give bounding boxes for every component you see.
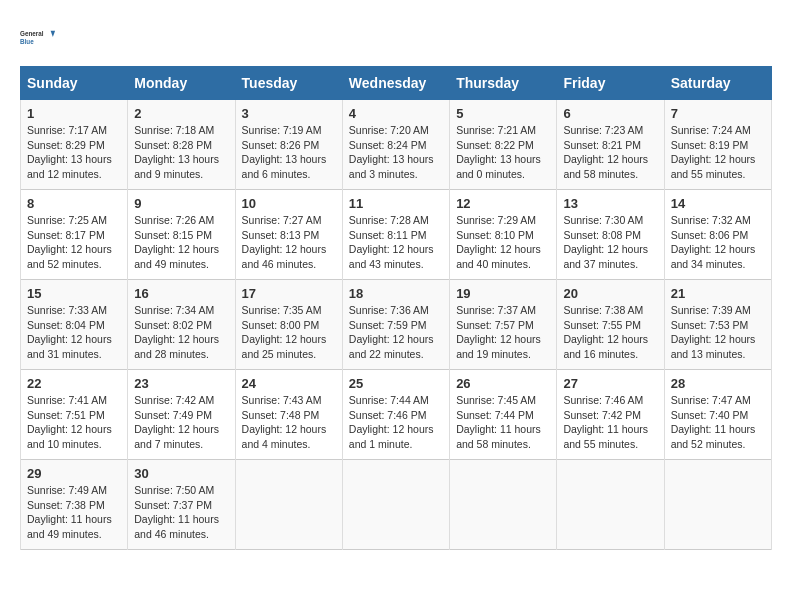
calendar-cell: 11Sunrise: 7:28 AMSunset: 8:11 PMDayligh…	[342, 190, 449, 280]
sunset-text: Sunset: 8:10 PM	[456, 229, 534, 241]
sunrise-text: Sunrise: 7:18 AM	[134, 124, 214, 136]
day-number: 24	[242, 376, 336, 391]
sunrise-text: Sunrise: 7:37 AM	[456, 304, 536, 316]
svg-text:General: General	[20, 30, 44, 37]
day-number: 11	[349, 196, 443, 211]
calendar-cell: 3Sunrise: 7:19 AMSunset: 8:26 PMDaylight…	[235, 100, 342, 190]
day-number: 21	[671, 286, 765, 301]
calendar-cell: 19Sunrise: 7:37 AMSunset: 7:57 PMDayligh…	[450, 280, 557, 370]
header-day: Thursday	[450, 67, 557, 100]
daylight-text: Daylight: 11 hours and 55 minutes.	[563, 423, 648, 450]
cell-content: Sunrise: 7:34 AMSunset: 8:02 PMDaylight:…	[134, 303, 228, 362]
calendar-week-row: 15Sunrise: 7:33 AMSunset: 8:04 PMDayligh…	[21, 280, 772, 370]
day-number: 6	[563, 106, 657, 121]
daylight-text: Daylight: 11 hours and 52 minutes.	[671, 423, 756, 450]
sunset-text: Sunset: 7:59 PM	[349, 319, 427, 331]
daylight-text: Daylight: 12 hours and 16 minutes.	[563, 333, 648, 360]
daylight-text: Daylight: 13 hours and 12 minutes.	[27, 153, 112, 180]
day-number: 4	[349, 106, 443, 121]
sunrise-text: Sunrise: 7:34 AM	[134, 304, 214, 316]
sunrise-text: Sunrise: 7:49 AM	[27, 484, 107, 496]
sunset-text: Sunset: 8:29 PM	[27, 139, 105, 151]
calendar-cell: 16Sunrise: 7:34 AMSunset: 8:02 PMDayligh…	[128, 280, 235, 370]
day-number: 16	[134, 286, 228, 301]
cell-content: Sunrise: 7:39 AMSunset: 7:53 PMDaylight:…	[671, 303, 765, 362]
logo: GeneralBlue	[20, 20, 56, 56]
calendar-cell: 15Sunrise: 7:33 AMSunset: 8:04 PMDayligh…	[21, 280, 128, 370]
calendar-cell: 25Sunrise: 7:44 AMSunset: 7:46 PMDayligh…	[342, 370, 449, 460]
day-number: 3	[242, 106, 336, 121]
cell-content: Sunrise: 7:42 AMSunset: 7:49 PMDaylight:…	[134, 393, 228, 452]
cell-content: Sunrise: 7:20 AMSunset: 8:24 PMDaylight:…	[349, 123, 443, 182]
calendar-cell: 2Sunrise: 7:18 AMSunset: 8:28 PMDaylight…	[128, 100, 235, 190]
cell-content: Sunrise: 7:46 AMSunset: 7:42 PMDaylight:…	[563, 393, 657, 452]
daylight-text: Daylight: 12 hours and 1 minute.	[349, 423, 434, 450]
daylight-text: Daylight: 12 hours and 46 minutes.	[242, 243, 327, 270]
sunset-text: Sunset: 7:40 PM	[671, 409, 749, 421]
header-day: Monday	[128, 67, 235, 100]
calendar-cell	[235, 460, 342, 550]
sunrise-text: Sunrise: 7:45 AM	[456, 394, 536, 406]
day-number: 22	[27, 376, 121, 391]
day-number: 7	[671, 106, 765, 121]
sunset-text: Sunset: 8:15 PM	[134, 229, 212, 241]
sunset-text: Sunset: 8:08 PM	[563, 229, 641, 241]
daylight-text: Daylight: 12 hours and 31 minutes.	[27, 333, 112, 360]
daylight-text: Daylight: 11 hours and 49 minutes.	[27, 513, 112, 540]
cell-content: Sunrise: 7:50 AMSunset: 7:37 PMDaylight:…	[134, 483, 228, 542]
day-number: 17	[242, 286, 336, 301]
sunset-text: Sunset: 8:21 PM	[563, 139, 641, 151]
calendar-cell: 9Sunrise: 7:26 AMSunset: 8:15 PMDaylight…	[128, 190, 235, 280]
cell-content: Sunrise: 7:18 AMSunset: 8:28 PMDaylight:…	[134, 123, 228, 182]
sunset-text: Sunset: 8:02 PM	[134, 319, 212, 331]
header-day: Sunday	[21, 67, 128, 100]
daylight-text: Daylight: 12 hours and 19 minutes.	[456, 333, 541, 360]
calendar-cell: 10Sunrise: 7:27 AMSunset: 8:13 PMDayligh…	[235, 190, 342, 280]
sunrise-text: Sunrise: 7:20 AM	[349, 124, 429, 136]
daylight-text: Daylight: 11 hours and 58 minutes.	[456, 423, 541, 450]
sunset-text: Sunset: 8:04 PM	[27, 319, 105, 331]
sunset-text: Sunset: 8:19 PM	[671, 139, 749, 151]
sunset-text: Sunset: 8:22 PM	[456, 139, 534, 151]
calendar-week-row: 1Sunrise: 7:17 AMSunset: 8:29 PMDaylight…	[21, 100, 772, 190]
sunrise-text: Sunrise: 7:26 AM	[134, 214, 214, 226]
calendar-cell: 18Sunrise: 7:36 AMSunset: 7:59 PMDayligh…	[342, 280, 449, 370]
day-number: 29	[27, 466, 121, 481]
daylight-text: Daylight: 13 hours and 3 minutes.	[349, 153, 434, 180]
header-day: Wednesday	[342, 67, 449, 100]
header-day: Friday	[557, 67, 664, 100]
sunrise-text: Sunrise: 7:23 AM	[563, 124, 643, 136]
cell-content: Sunrise: 7:25 AMSunset: 8:17 PMDaylight:…	[27, 213, 121, 272]
sunrise-text: Sunrise: 7:19 AM	[242, 124, 322, 136]
calendar-cell: 12Sunrise: 7:29 AMSunset: 8:10 PMDayligh…	[450, 190, 557, 280]
sunrise-text: Sunrise: 7:29 AM	[456, 214, 536, 226]
daylight-text: Daylight: 12 hours and 28 minutes.	[134, 333, 219, 360]
cell-content: Sunrise: 7:17 AMSunset: 8:29 PMDaylight:…	[27, 123, 121, 182]
sunset-text: Sunset: 7:42 PM	[563, 409, 641, 421]
day-number: 1	[27, 106, 121, 121]
sunset-text: Sunset: 8:24 PM	[349, 139, 427, 151]
cell-content: Sunrise: 7:33 AMSunset: 8:04 PMDaylight:…	[27, 303, 121, 362]
cell-content: Sunrise: 7:49 AMSunset: 7:38 PMDaylight:…	[27, 483, 121, 542]
daylight-text: Daylight: 12 hours and 22 minutes.	[349, 333, 434, 360]
sunset-text: Sunset: 7:37 PM	[134, 499, 212, 511]
daylight-text: Daylight: 12 hours and 34 minutes.	[671, 243, 756, 270]
sunrise-text: Sunrise: 7:35 AM	[242, 304, 322, 316]
cell-content: Sunrise: 7:28 AMSunset: 8:11 PMDaylight:…	[349, 213, 443, 272]
daylight-text: Daylight: 12 hours and 10 minutes.	[27, 423, 112, 450]
header-row: SundayMondayTuesdayWednesdayThursdayFrid…	[21, 67, 772, 100]
daylight-text: Daylight: 12 hours and 37 minutes.	[563, 243, 648, 270]
sunset-text: Sunset: 7:55 PM	[563, 319, 641, 331]
sunset-text: Sunset: 7:57 PM	[456, 319, 534, 331]
svg-text:Blue: Blue	[20, 38, 34, 45]
calendar-cell: 8Sunrise: 7:25 AMSunset: 8:17 PMDaylight…	[21, 190, 128, 280]
cell-content: Sunrise: 7:32 AMSunset: 8:06 PMDaylight:…	[671, 213, 765, 272]
cell-content: Sunrise: 7:37 AMSunset: 7:57 PMDaylight:…	[456, 303, 550, 362]
cell-content: Sunrise: 7:36 AMSunset: 7:59 PMDaylight:…	[349, 303, 443, 362]
daylight-text: Daylight: 12 hours and 4 minutes.	[242, 423, 327, 450]
cell-content: Sunrise: 7:35 AMSunset: 8:00 PMDaylight:…	[242, 303, 336, 362]
sunrise-text: Sunrise: 7:28 AM	[349, 214, 429, 226]
page-header: GeneralBlue	[20, 20, 772, 56]
sunrise-text: Sunrise: 7:21 AM	[456, 124, 536, 136]
cell-content: Sunrise: 7:43 AMSunset: 7:48 PMDaylight:…	[242, 393, 336, 452]
